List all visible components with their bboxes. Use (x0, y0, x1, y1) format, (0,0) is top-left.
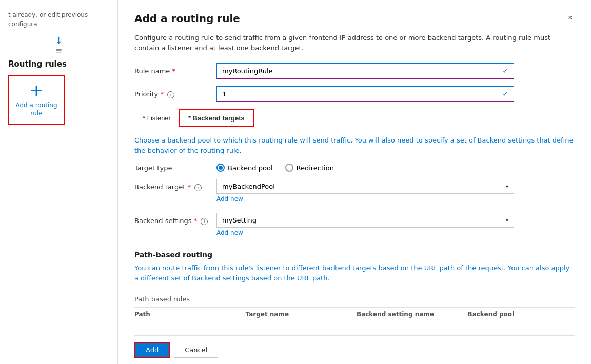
priority-check-icon: ✓ (502, 90, 508, 98)
target-type-row: Target type Backend pool Redirection (134, 164, 575, 172)
plus-icon: + (30, 82, 44, 98)
col-backend-setting: Backend setting name (352, 311, 464, 318)
target-type-label: Target type (134, 164, 216, 172)
tabs-row: * Listener * Backend targets (134, 109, 575, 127)
add-new-backend-link[interactable]: Add new (216, 195, 514, 203)
tab-backend-targets[interactable]: * Backend targets (179, 109, 254, 127)
footer: Add Cancel (134, 335, 575, 364)
path-based-description: You can route traffic from this rule's l… (134, 263, 575, 283)
priority-info-icon[interactable]: i (167, 91, 174, 98)
priority-label: Priority * i (134, 86, 216, 98)
radio-backend-pool-label: Backend pool (228, 164, 273, 172)
radio-backend-pool-circle (216, 164, 225, 172)
rule-name-row: Rule name * ✓ (134, 63, 575, 79)
add-new-settings-link[interactable]: Add new (216, 229, 514, 236)
radio-redirection-circle (285, 164, 293, 172)
routing-icon: ↓ ≡ (8, 35, 109, 55)
radio-redirection[interactable]: Redirection (285, 164, 334, 172)
routing-rules-section: ↓ ≡ Routing rules + Add a routing rule (0, 35, 117, 125)
path-based-rules-section: Path based rules Path Target name Backen… (134, 295, 575, 321)
page-title: Add a routing rule (134, 12, 240, 25)
path-based-routing-title: Path-based routing (134, 251, 575, 259)
lines-icon: ≡ (55, 46, 62, 55)
radio-group: Backend pool Redirection (216, 164, 334, 172)
backend-settings-select[interactable]: mySetting ▾ (216, 213, 514, 228)
backend-pool-value: myBackendPool (222, 183, 275, 190)
arrow-down-icon: ↓ (55, 35, 63, 46)
add-routing-rule-button[interactable]: + Add a routing rule (8, 75, 65, 125)
backend-target-label: Backend target * i (134, 179, 216, 191)
backend-pool-row: Backend target * i myBackendPool ▾ Add n… (134, 179, 575, 206)
backend-settings-field: mySetting ▾ Add new (216, 213, 514, 239)
backend-target-required: * (187, 183, 191, 191)
rule-name-label: Rule name * (134, 63, 216, 75)
backend-settings-chevron: ▾ (506, 217, 508, 223)
col-target-name: Target name (242, 311, 353, 318)
panel-description: Configure a routing rule to send traffic… (134, 33, 575, 53)
main-panel: Add a routing rule × Configure a routing… (118, 0, 591, 364)
priority-field: ✓ (216, 86, 514, 102)
backend-pool-chevron: ▾ (506, 184, 508, 189)
backend-description: Choose a backend pool to which this rout… (134, 135, 575, 155)
table-header: Path Target name Backend setting name Ba… (134, 307, 575, 321)
rule-name-check-icon: ✓ (502, 67, 508, 75)
sidebar: t already, or edit previous configura ↓ … (0, 0, 118, 364)
backend-pool-field: myBackendPool ▾ Add new (216, 179, 514, 206)
col-backend-pool: Backend pool (464, 311, 575, 318)
path-based-rules-label: Path based rules (134, 295, 575, 303)
priority-input[interactable] (222, 90, 502, 98)
add-button[interactable]: Add (134, 342, 170, 358)
backend-settings-required: * (194, 217, 198, 225)
panel-header: Add a routing rule × (134, 12, 575, 25)
add-routing-rule-label: Add a routing rule (15, 102, 57, 117)
rule-name-field: ✓ (216, 63, 514, 79)
sidebar-text: t already, or edit previous configura (0, 10, 117, 35)
rule-name-input[interactable] (222, 67, 502, 75)
backend-settings-info-icon[interactable]: i (201, 218, 208, 225)
backend-settings-value: mySetting (222, 216, 257, 224)
tab-listener[interactable]: * Listener (134, 109, 179, 127)
col-path: Path (134, 311, 242, 318)
backend-settings-label: Backend settings * i (134, 213, 216, 225)
priority-input-box[interactable]: ✓ (216, 86, 514, 102)
rule-name-required: * (172, 67, 175, 75)
backend-pool-select[interactable]: myBackendPool ▾ (216, 179, 514, 194)
radio-redirection-label: Redirection (297, 164, 334, 172)
backend-target-info-icon[interactable]: i (194, 184, 202, 191)
priority-required: * (160, 90, 164, 98)
rule-name-input-box[interactable]: ✓ (216, 63, 514, 79)
cancel-button[interactable]: Cancel (174, 342, 218, 358)
routing-rules-title: Routing rules (8, 59, 109, 69)
radio-backend-pool[interactable]: Backend pool (216, 164, 273, 172)
close-button[interactable]: × (566, 12, 575, 24)
priority-row: Priority * i ✓ (134, 86, 575, 102)
backend-settings-row: Backend settings * i mySetting ▾ Add new (134, 213, 575, 239)
